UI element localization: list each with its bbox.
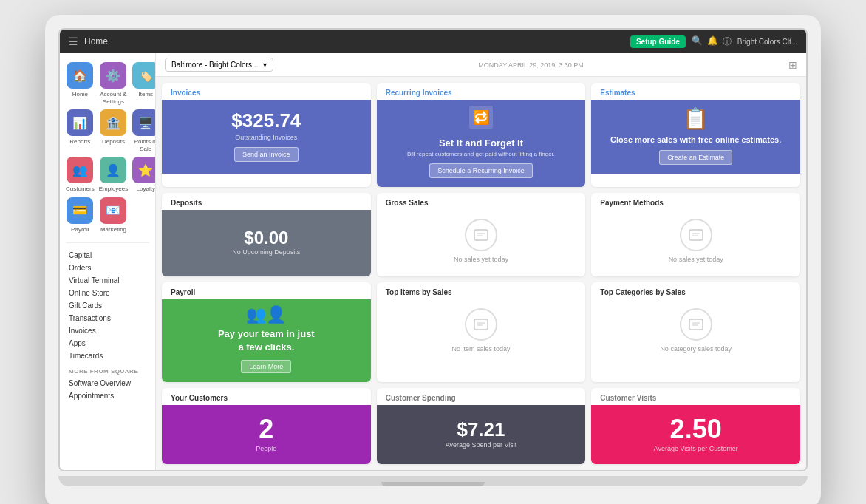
sidebar-link-transactions[interactable]: Transactions — [66, 312, 149, 324]
more-section-title: MORE FROM SQUARE — [66, 362, 149, 377]
sidebar-link-orders[interactable]: Orders — [66, 262, 149, 274]
search-icon[interactable]: 🔍 — [692, 35, 703, 48]
location-selector[interactable]: Baltimore - Bright Colors ... ▾ — [165, 58, 273, 72]
payroll-card: Payroll 👥👤 Pay your team in just a few c… — [162, 282, 371, 382]
sidebar-link-gift-cards[interactable]: Gift Cards — [66, 299, 149, 312]
sidebar-link-appointments[interactable]: Appointments — [66, 389, 149, 402]
grid-view-icon[interactable]: ⊞ — [788, 59, 797, 71]
invoices-amount: $325.74 — [231, 109, 301, 132]
payroll-people-icon: 👥👤 — [246, 305, 286, 324]
invoices-body: $325.74 Outstanding Invoices Send an Inv… — [162, 100, 371, 174]
top-categories-card: Top Categories by Sales No category sale… — [591, 282, 800, 382]
menu-icon[interactable]: ☰ — [69, 35, 78, 47]
estimates-body: 📋 Close more sales with free online esti… — [591, 100, 800, 174]
sidebar-item-deposits[interactable]: 🏦 Deposits — [99, 109, 129, 152]
top-bar: ☰ Home Setup Guide 🔍 🔔 ⓘ Bright Colors C… — [60, 30, 806, 53]
sidebar: 🏠 Home ⚙️ Account & Settings 🏷️ Items 📊 … — [60, 53, 156, 470]
user-label[interactable]: Bright Colors Clt... — [737, 38, 797, 46]
svg-rect-11 — [689, 319, 703, 330]
sidebar-item-pos[interactable]: 🖥️ Points of Sale — [132, 109, 156, 152]
payment-methods-card: Payment Methods No sales yet today — [591, 193, 800, 276]
payroll-label: Payroll — [71, 226, 89, 234]
setup-guide-button[interactable]: Setup Guide — [630, 35, 686, 48]
your-customers-card: Your Customers 2 People — [162, 388, 371, 464]
customers-number: 2 — [259, 414, 273, 445]
deposits-label: Deposits — [102, 138, 125, 146]
deposits-body: $0.00 No Upcoming Deposits — [162, 210, 371, 276]
top-items-no-sales: No item sales today — [451, 345, 510, 353]
sidebar-link-capital[interactable]: Capital — [66, 249, 149, 262]
svg-text:🔁: 🔁 — [473, 109, 490, 126]
sidebar-link-software[interactable]: Software Overview — [66, 377, 149, 389]
sidebar-link-invoices[interactable]: Invoices — [66, 324, 149, 337]
estimates-text: Close more sales with free online estima… — [610, 135, 781, 144]
gross-sales-icon — [465, 219, 497, 251]
loyalty-icon-box: ⭐ — [132, 157, 156, 183]
customers-label: Customers — [66, 185, 95, 193]
sidebar-item-payroll[interactable]: 💳 Payroll — [66, 197, 95, 234]
svg-rect-2 — [474, 230, 488, 240]
help-icon[interactable]: ⓘ — [723, 35, 732, 48]
header-date: MONDAY APRIL 29, 2019, 3:30 PM — [478, 61, 583, 69]
sidebar-link-timecards[interactable]: Timecards — [66, 350, 149, 362]
pos-label: Points of Sale — [132, 138, 156, 152]
chevron-down-icon: ▾ — [263, 61, 267, 69]
laptop-base — [58, 476, 808, 486]
sidebar-item-loyalty[interactable]: ⭐ Loyalty — [132, 157, 156, 193]
schedule-recurring-button[interactable]: Schedule a Recurring Invoice — [429, 163, 533, 178]
top-items-icon — [465, 308, 497, 341]
create-estimate-button[interactable]: Create an Estimate — [659, 150, 732, 165]
top-categories-title: Top Categories by Sales — [591, 282, 800, 299]
customer-spending-card: Customer Spending $7.21 Average Spend pe… — [377, 388, 586, 464]
sidebar-item-customers[interactable]: 👥 Customers — [66, 157, 95, 193]
top-categories-icon — [680, 308, 712, 341]
visits-number: 2.50 — [670, 414, 722, 445]
sidebar-link-online-store[interactable]: Online Store — [66, 287, 149, 299]
sidebar-item-home[interactable]: 🏠 Home — [66, 62, 95, 105]
send-invoice-button[interactable]: Send an Invoice — [234, 147, 299, 162]
top-items-title: Top Items by Sales — [377, 282, 586, 299]
payroll-icon-box: 💳 — [67, 197, 93, 224]
sidebar-item-items[interactable]: 🏷️ Items — [132, 62, 156, 105]
invoices-card: Invoices $325.74 Outstanding Invoices Se… — [162, 83, 371, 187]
estimates-title: Estimates — [591, 83, 800, 100]
sidebar-item-marketing[interactable]: 📧 Marketing — [99, 197, 129, 234]
sidebar-link-apps[interactable]: Apps — [66, 337, 149, 350]
reports-label: Reports — [69, 138, 90, 146]
visits-subtitle: Average Visits per Customer — [654, 445, 738, 452]
dashboard-grid: Invoices $325.74 Outstanding Invoices Se… — [156, 77, 806, 470]
deposits-card: Deposits $0.00 No Upcoming Deposits — [162, 193, 371, 276]
nav-icon-grid: 🏠 Home ⚙️ Account & Settings 🏷️ Items 📊 … — [66, 62, 149, 234]
payroll-text: Pay your team in just a few clicks. — [218, 327, 315, 354]
deposits-subtitle: No Upcoming Deposits — [232, 248, 300, 256]
customer-spending-body: $7.21 Average Spend per Visit — [377, 405, 586, 464]
items-label: Items — [138, 91, 153, 98]
recurring-icon: 🔁 — [469, 106, 493, 134]
payment-methods-body: No sales yet today — [591, 210, 800, 272]
recurring-card: Recurring Invoices 🔁 Set It and Forget I… — [377, 83, 586, 187]
sidebar-link-virtual-terminal[interactable]: Virtual Terminal — [66, 274, 149, 287]
employees-icon-box: 👤 — [100, 157, 126, 183]
invoices-subtitle: Outstanding Invoices — [235, 134, 297, 141]
top-bar-right: Setup Guide 🔍 🔔 ⓘ Bright Colors Clt... — [630, 35, 797, 48]
deposits-title: Deposits — [162, 193, 371, 210]
payroll-learn-more-button[interactable]: Learn More — [241, 360, 291, 373]
recurring-text: Bill repeat customers and get paid witho… — [407, 151, 555, 157]
deposits-icon-box: 🏦 — [100, 109, 126, 136]
top-categories-no-sales: No category sales today — [660, 345, 732, 353]
marketing-icon-box: 📧 — [100, 197, 126, 224]
reports-icon-box: 📊 — [67, 109, 93, 136]
spending-subtitle: Average Spend per Visit — [446, 441, 517, 449]
customer-visits-body: 2.50 Average Visits per Customer — [591, 405, 800, 464]
sidebar-item-employees[interactable]: 👤 Employees — [99, 157, 129, 193]
payment-methods-icon — [680, 219, 712, 251]
sidebar-item-reports[interactable]: 📊 Reports — [66, 109, 95, 152]
bell-icon[interactable]: 🔔 — [707, 35, 718, 48]
sidebar-item-account[interactable]: ⚙️ Account & Settings — [99, 62, 129, 105]
gross-sales-body: No sales yet today — [377, 210, 586, 272]
content-area: Baltimore - Bright Colors ... ▾ MONDAY A… — [156, 53, 806, 470]
marketing-label: Marketing — [100, 226, 126, 234]
location-label: Baltimore - Bright Colors ... — [171, 61, 260, 69]
your-customers-body: 2 People — [162, 405, 371, 464]
your-customers-title: Your Customers — [162, 388, 371, 405]
